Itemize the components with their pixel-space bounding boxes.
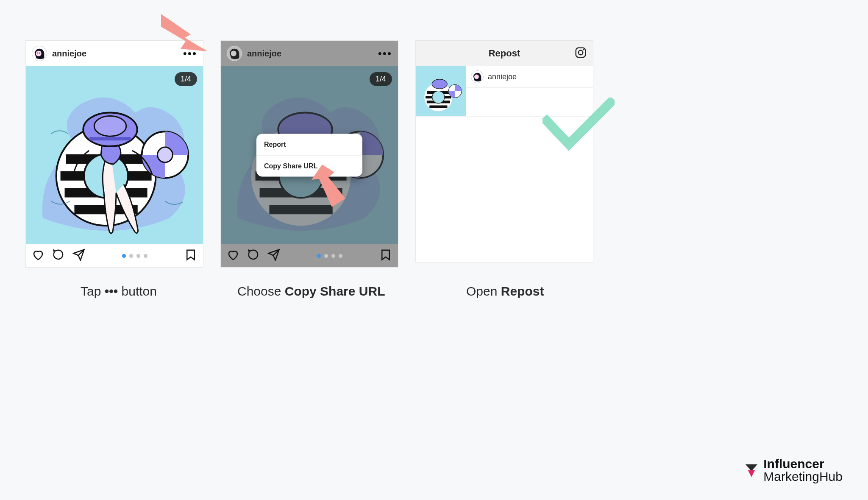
- post-footer: [221, 244, 398, 267]
- checkmark-icon: [542, 98, 615, 153]
- svg-point-2: [37, 53, 39, 54]
- share-icon[interactable]: [72, 249, 85, 263]
- more-options-button: •••: [378, 47, 392, 60]
- step-caption-1: Tap ••• button: [81, 284, 157, 299]
- pointer-arrow-icon: [161, 14, 212, 52]
- brand-line2: MarketingHub: [763, 469, 843, 483]
- like-icon[interactable]: [32, 249, 45, 263]
- bookmark-icon: [379, 249, 392, 263]
- pool-illustration: [26, 66, 203, 243]
- brand-mark-icon: [744, 463, 759, 478]
- like-icon: [227, 249, 239, 263]
- post-header: anniejoe •••: [221, 41, 398, 66]
- svg-point-3: [39, 53, 41, 54]
- pointer-arrow-icon: [312, 165, 345, 207]
- instagram-post-card: anniejoe ••• 1/4: [25, 40, 203, 268]
- svg-point-1: [36, 50, 42, 56]
- svg-point-35: [432, 91, 445, 103]
- svg-point-27: [579, 50, 583, 55]
- post-image[interactable]: 1/4: [26, 66, 203, 244]
- brand-line1: Influencer: [763, 457, 824, 471]
- username-label: anniejoe: [247, 49, 281, 59]
- share-icon: [267, 249, 280, 263]
- repost-title: Repost: [489, 48, 520, 59]
- comment-icon: [247, 249, 260, 263]
- svg-point-28: [583, 49, 584, 50]
- username-label[interactable]: anniejoe: [52, 49, 86, 59]
- svg-point-17: [231, 50, 236, 56]
- avatar: [227, 46, 242, 61]
- instagram-icon[interactable]: [574, 46, 587, 61]
- svg-marker-40: [161, 14, 208, 51]
- svg-rect-15: [89, 137, 131, 140]
- action-copy-share-url[interactable]: Copy Share URL: [256, 156, 362, 177]
- step-caption-2: Choose Copy Share URL: [237, 284, 385, 299]
- svg-point-39: [474, 75, 479, 79]
- instagram-post-card-dimmed: anniejoe ••• 1/4 Report Copy Share URL: [220, 40, 398, 268]
- comment-icon[interactable]: [52, 249, 65, 263]
- avatar: [471, 70, 484, 83]
- svg-point-37: [432, 79, 447, 89]
- repost-username: anniejoe: [488, 73, 517, 81]
- svg-point-12: [158, 147, 173, 162]
- repost-header: Repost: [416, 41, 593, 66]
- post-thumbnail: [416, 66, 466, 116]
- svg-point-14: [94, 116, 126, 136]
- svg-marker-43: [748, 470, 755, 477]
- step-caption-3: Open Repost: [466, 284, 544, 299]
- svg-marker-41: [312, 165, 345, 207]
- carousel-dots: [280, 254, 379, 258]
- avatar[interactable]: [32, 46, 47, 61]
- carousel-counter: 1/4: [370, 72, 392, 86]
- carousel-counter: 1/4: [175, 72, 197, 86]
- action-sheet: Report Copy Share URL: [256, 134, 362, 177]
- bookmark-icon[interactable]: [184, 249, 197, 263]
- action-report[interactable]: Report: [256, 134, 362, 156]
- post-footer: [26, 244, 203, 267]
- post-image: 1/4 Report Copy Share URL: [221, 66, 398, 244]
- svg-marker-42: [746, 464, 757, 471]
- carousel-dots: [85, 254, 184, 258]
- brand-logo: Influencer MarketingHub: [744, 458, 843, 483]
